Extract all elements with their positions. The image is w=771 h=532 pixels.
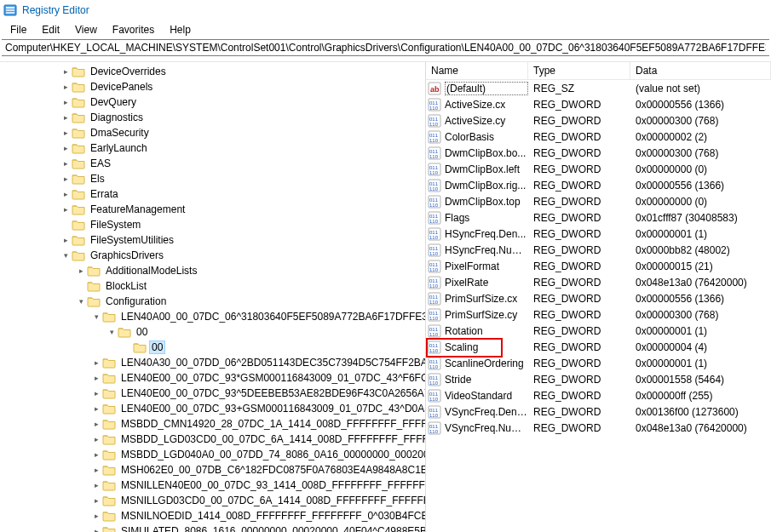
- expand-toggle[interactable]: [60, 188, 72, 200]
- tree-row[interactable]: MSNILLGD03CD0_00_07DC_6A_1414_008D_FFFFF…: [90, 493, 425, 508]
- tree-node-label[interactable]: DeviceOverrides: [89, 66, 168, 77]
- expand-toggle[interactable]: [90, 495, 102, 506]
- menu-help[interactable]: Help: [163, 22, 198, 37]
- expand-toggle[interactable]: [60, 249, 72, 261]
- tree-node-label[interactable]: FileSystemUtilities: [89, 234, 175, 246]
- value-row[interactable]: PixelRateREG_DWORD0x048e13a0 (76420000): [426, 274, 771, 290]
- value-row[interactable]: DwmClipBox.rig...REG_DWORD0x00000556 (13…: [426, 177, 771, 193]
- tree-node-label[interactable]: BlockList: [104, 280, 148, 292]
- tree-row[interactable]: DevQuery: [60, 94, 425, 110]
- expand-toggle[interactable]: [90, 311, 102, 323]
- expand-toggle[interactable]: [60, 157, 72, 169]
- tree-row[interactable]: MSNILNOEDID_1414_008D_FFFFFFFF_FFFFFFFF_…: [90, 508, 425, 523]
- tree-node-label[interactable]: MSNILNOEDID_1414_008D_FFFFFFFF_FFFFFFFF_…: [119, 510, 425, 522]
- expand-toggle[interactable]: [90, 387, 102, 399]
- tree-node-label[interactable]: EAS: [89, 157, 112, 169]
- tree-node-label[interactable]: DmaSecurity: [89, 127, 151, 139]
- tree-row[interactable]: BlockList: [75, 278, 425, 294]
- tree-node-label[interactable]: Configuration: [104, 295, 168, 307]
- value-row[interactable]: ScalingREG_DWORD0x00000004 (4): [426, 339, 771, 355]
- value-row[interactable]: VSyncFreq.Num...REG_DWORD0x048e13a0 (764…: [426, 420, 771, 436]
- value-row[interactable]: DwmClipBox.leftREG_DWORD0x00000000 (0): [426, 161, 771, 177]
- col-header-data[interactable]: Data: [630, 62, 771, 79]
- tree-node-label[interactable]: MSBDD_LGD03CD0_00_07DC_6A_1414_008D_FFFF…: [119, 433, 425, 445]
- address-input[interactable]: [2, 40, 769, 55]
- tree-row[interactable]: FileSystem: [60, 217, 425, 232]
- tree-node-label[interactable]: FileSystem: [89, 219, 142, 231]
- tree-row[interactable]: DmaSecurity: [60, 125, 425, 140]
- tree-node-label[interactable]: Diagnostics: [89, 112, 145, 123]
- tree-row[interactable]: MSBDD_CMN14920_28_07DC_1A_1414_008D_FFFF…: [90, 416, 425, 432]
- tree-row[interactable]: GraphicsDrivers: [60, 248, 425, 263]
- tree-node-label[interactable]: 00: [135, 326, 149, 338]
- value-row[interactable]: HSyncFreq.Num...REG_DWORD0x0000bb82 (480…: [426, 242, 771, 258]
- expand-toggle[interactable]: [60, 81, 72, 93]
- tree-node-label[interactable]: GraphicsDrivers: [89, 249, 165, 261]
- expand-toggle[interactable]: [106, 326, 118, 338]
- tree-node-label[interactable]: MSBDD_LGD040A0_00_07DD_74_8086_0A16_0000…: [119, 449, 425, 460]
- tree-scroll[interactable]: DeviceOverridesDevicePanelsDevQueryDiagn…: [0, 62, 425, 532]
- value-row[interactable]: RotationREG_DWORD0x00000001 (1): [426, 323, 771, 339]
- tree-row[interactable]: FeatureManagement: [60, 202, 425, 217]
- expand-toggle[interactable]: [90, 525, 102, 532]
- tree-node-label[interactable]: LEN40A00_00_07DC_06^31803640F5EF5089A772…: [119, 311, 425, 323]
- expand-toggle[interactable]: [75, 265, 87, 277]
- tree-row[interactable]: FileSystemUtilities: [60, 232, 425, 248]
- value-row[interactable]: StrideREG_DWORD0x00001558 (5464): [426, 371, 771, 387]
- tree-node-label[interactable]: EarlyLaunch: [89, 142, 149, 154]
- tree-row[interactable]: MSH062E0_00_07DB_C6^182FDC0875F0A76803E4…: [90, 462, 425, 478]
- expand-toggle[interactable]: [90, 479, 102, 491]
- value-row[interactable]: DwmClipBox.topREG_DWORD0x00000000 (0): [426, 193, 771, 209]
- tree-row[interactable]: AdditionalModeLists: [75, 263, 425, 278]
- expand-toggle[interactable]: [90, 449, 102, 460]
- value-row[interactable]: ScanlineOrderingREG_DWORD0x00000001 (1): [426, 355, 771, 371]
- tree-node-label[interactable]: LEN40A30_00_07DD_06^2BD051143DEC35C7394D…: [119, 357, 425, 369]
- expand-toggle[interactable]: [60, 66, 72, 77]
- tree-row[interactable]: LEN40E00_00_07DC_93+GSM000116843009_01_0…: [90, 401, 425, 416]
- menu-file[interactable]: File: [3, 22, 33, 37]
- value-row[interactable]: ActiveSize.cxREG_DWORD0x00000556 (1366): [426, 96, 771, 112]
- expand-toggle[interactable]: [60, 173, 72, 185]
- expand-toggle[interactable]: [60, 96, 72, 108]
- tree-node-label[interactable]: MSNILLGD03CD0_00_07DC_6A_1414_008D_FFFFF…: [119, 495, 425, 506]
- tree-node-label[interactable]: MSH062E0_00_07DB_C6^182FDC0875F0A76803E4…: [119, 464, 425, 476]
- value-row[interactable]: FlagsREG_DWORD0x01cfff87 (30408583): [426, 209, 771, 226]
- tree-node-label[interactable]: MSNILLEN40E00_00_07DC_93_1414_008D_FFFFF…: [119, 479, 425, 491]
- expand-toggle[interactable]: [60, 234, 72, 246]
- value-row[interactable]: ColorBasisREG_DWORD0x00000002 (2): [426, 129, 771, 145]
- value-row[interactable]: PrimSurfSize.cyREG_DWORD0x00000300 (768): [426, 306, 771, 323]
- tree-node-label[interactable]: LEN40E00_00_07DC_93+GSM000116843009_01_0…: [119, 403, 425, 415]
- tree-node-label[interactable]: FeatureManagement: [89, 203, 187, 215]
- value-row[interactable]: VSyncFreq.Deno...REG_DWORD0x00136f00 (12…: [426, 403, 771, 420]
- tree-row[interactable]: 00: [106, 324, 425, 340]
- tree-node-label[interactable]: Errata: [89, 188, 120, 200]
- tree-node-label[interactable]: LEN40E00_00_07DC_93^5DEEBEB53AE82BDE96F4…: [119, 387, 425, 399]
- value-row[interactable]: DwmClipBox.bo...REG_DWORD0x00000300 (768…: [426, 145, 771, 161]
- menu-favorites[interactable]: Favorites: [106, 22, 161, 37]
- tree-row[interactable]: LEN40A30_00_07DD_06^2BD051143DEC35C7394D…: [90, 355, 425, 370]
- menu-view[interactable]: View: [68, 22, 104, 37]
- value-row[interactable]: (Default)REG_SZ(value not set): [426, 80, 771, 96]
- tree-node-label[interactable]: SIMULATED_8086_1616_00000000_00020000_40…: [119, 525, 425, 532]
- tree-row[interactable]: LEN40A00_00_07DC_06^31803640F5EF5089A772…: [90, 309, 425, 324]
- expand-toggle[interactable]: [90, 372, 102, 384]
- value-row[interactable]: ActiveSize.cyREG_DWORD0x00000300 (768): [426, 112, 771, 129]
- tree-row[interactable]: EarlyLaunch: [60, 140, 425, 156]
- expand-toggle[interactable]: [90, 357, 102, 369]
- tree-row[interactable]: Configuration: [75, 294, 425, 309]
- tree-row[interactable]: Diagnostics: [60, 110, 425, 125]
- tree-node-label[interactable]: AdditionalModeLists: [104, 265, 199, 277]
- expand-toggle[interactable]: [90, 510, 102, 522]
- expand-toggle[interactable]: [60, 142, 72, 154]
- tree-row[interactable]: DeviceOverrides: [60, 64, 425, 79]
- tree-node-label[interactable]: DevicePanels: [89, 81, 154, 93]
- tree-row[interactable]: Errata: [60, 186, 425, 202]
- expand-toggle[interactable]: [60, 203, 72, 215]
- tree-row[interactable]: MSNILLEN40E00_00_07DC_93_1414_008D_FFFFF…: [90, 478, 425, 493]
- tree-row[interactable]: LEN40E00_00_07DC_93*GSM000116843009_01_0…: [90, 370, 425, 386]
- tree-row[interactable]: Els: [60, 171, 425, 186]
- tree-node-label[interactable]: LEN40E00_00_07DC_93*GSM000116843009_01_0…: [119, 372, 425, 384]
- col-header-name[interactable]: Name: [426, 62, 528, 79]
- tree-row[interactable]: LEN40E00_00_07DC_93^5DEEBEB53AE82BDE96F4…: [90, 386, 425, 401]
- tree-node-label[interactable]: MSBDD_CMN14920_28_07DC_1A_1414_008D_FFFF…: [119, 418, 425, 430]
